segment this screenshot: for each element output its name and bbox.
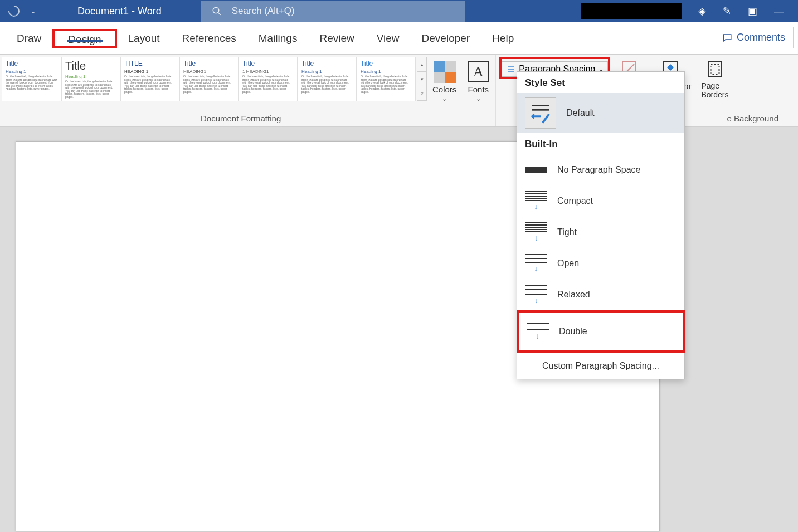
tab-layout[interactable]: Layout — [117, 22, 171, 54]
dd-item-label: No Paragraph Space — [557, 165, 640, 175]
tab-draw[interactable]: Draw — [6, 22, 52, 54]
qat-chevron-icon[interactable]: ⌄ — [31, 8, 36, 15]
fonts-label: Fonts — [468, 85, 489, 94]
tab-help[interactable]: Help — [481, 22, 525, 54]
spacing-icon-3: ↓ — [525, 252, 547, 275]
dd-item-relaxed[interactable]: ↓Relaxed — [517, 279, 684, 310]
search-icon — [212, 6, 222, 16]
style-thumb-1[interactable]: TitleHeading 1On the Insert tab, the gal… — [61, 57, 120, 101]
dd-header-builtin: Built-In — [517, 133, 684, 154]
gallery-scroll-up[interactable]: ▴ — [417, 57, 426, 72]
window-icon[interactable]: ▣ — [748, 5, 757, 17]
dd-custom-paragraph-spacing[interactable]: Custom Paragraph Spacing... — [517, 353, 684, 379]
dd-item-open[interactable]: ↓Open — [517, 248, 684, 279]
page-borders-button[interactable]: PageBorders — [701, 59, 728, 126]
fonts-icon: A — [468, 61, 489, 82]
dd-item-label: Double — [559, 326, 587, 336]
svg-rect-9 — [711, 64, 719, 74]
colors-icon — [434, 61, 456, 83]
dd-item-double[interactable]: ↓Double — [517, 310, 685, 353]
page-borders-icon — [705, 59, 725, 79]
colors-button[interactable]: Colors ⌄ — [432, 60, 456, 103]
gallery-expand[interactable]: ▿ — [417, 86, 426, 101]
search-box[interactable]: Search (Alt+Q) — [201, 1, 465, 22]
minimize-icon[interactable]: — — [774, 6, 784, 17]
dd-item-label: Tight — [557, 227, 577, 237]
tab-developer[interactable]: Developer — [411, 22, 481, 54]
dd-item-no-paragraph-space[interactable]: No Paragraph Space — [517, 154, 684, 186]
dd-item-default[interactable]: Default — [517, 93, 684, 133]
spacing-icon-2: ↓ — [525, 221, 547, 243]
comment-icon — [722, 33, 732, 43]
dd-item-label: Open — [557, 258, 579, 269]
autosave-icon[interactable] — [6, 3, 22, 19]
title-bar: ⌄ Document1 - Word Search (Alt+Q) ◈ ✎ ▣ … — [0, 0, 798, 22]
dd-item-tight[interactable]: ↓Tight — [517, 217, 684, 248]
paragraph-spacing-icon — [507, 65, 515, 74]
colors-label: Colors — [432, 85, 456, 94]
page-borders-label: PageBorders — [701, 81, 728, 99]
svg-line-1 — [218, 12, 221, 15]
style-thumb-5[interactable]: TitleHeading 1On the Insert tab, the gal… — [298, 57, 357, 101]
pen-icon[interactable]: ✎ — [723, 5, 731, 17]
dd-custom-label: Custom Paragraph Spacing... — [542, 361, 659, 370]
fonts-button[interactable]: A Fonts ⌄ — [466, 60, 490, 103]
gallery-scrollbar[interactable]: ▴ ▾ ▿ — [417, 57, 427, 101]
spacing-icon-1: ↓ — [525, 190, 547, 212]
style-thumb-2[interactable]: TITLEHEADING 1On the Insert tab, the gal… — [120, 57, 179, 101]
style-thumb-0[interactable]: TitleHeading 1On the Insert tab, the gal… — [2, 57, 61, 101]
spacing-icon-5: ↓ — [527, 320, 549, 343]
dd-header-style-set: Style Set — [517, 72, 684, 93]
tab-design[interactable]: Design — [57, 33, 112, 46]
diamond-icon[interactable]: ◈ — [698, 5, 706, 17]
dd-item-compact[interactable]: ↓Compact — [517, 186, 684, 217]
dd-item-label: Compact — [557, 196, 593, 206]
ribbon-tabs: Draw Design Layout References Mailings R… — [0, 22, 798, 55]
dd-default-label: Default — [566, 108, 595, 118]
user-account-area[interactable] — [581, 3, 682, 19]
style-thumb-6[interactable]: TitleHeading 1On the Insert tab, the gal… — [357, 57, 416, 101]
tab-review[interactable]: Review — [308, 22, 365, 54]
section-label-doc-formatting: Document Formatting — [201, 114, 281, 123]
document-title: Document1 - Word — [77, 6, 162, 17]
chevron-down-icon: ⌄ — [442, 95, 447, 103]
section-label-page-bg: e Background — [727, 114, 778, 123]
tab-view[interactable]: View — [366, 22, 411, 54]
style-thumb-4[interactable]: Title1 HEADING1On the Insert tab, the ga… — [239, 57, 298, 101]
style-gallery[interactable]: TitleHeading 1On the Insert tab, the gal… — [0, 55, 416, 104]
chevron-down-icon: ⌄ — [476, 95, 481, 103]
default-spacing-icon — [525, 97, 556, 129]
svg-point-0 — [213, 7, 219, 13]
tab-mailings[interactable]: Mailings — [247, 22, 309, 54]
search-placeholder: Search (Alt+Q) — [232, 6, 295, 17]
spacing-icon-4: ↓ — [525, 284, 547, 306]
style-thumb-3[interactable]: TitleHEADING1On the Insert tab, the gall… — [179, 57, 239, 101]
gallery-scroll-down[interactable]: ▾ — [417, 72, 426, 86]
comments-label: Comments — [737, 32, 785, 43]
highlight-design-tab: Design — [52, 29, 116, 48]
tab-references[interactable]: References — [171, 22, 247, 54]
dd-item-label: Relaxed — [557, 290, 590, 300]
spacing-icon-0 — [525, 159, 547, 181]
paragraph-spacing-dropdown: Style Set Default Built-In No Paragraph … — [517, 71, 685, 379]
comments-button[interactable]: Comments — [714, 27, 794, 48]
